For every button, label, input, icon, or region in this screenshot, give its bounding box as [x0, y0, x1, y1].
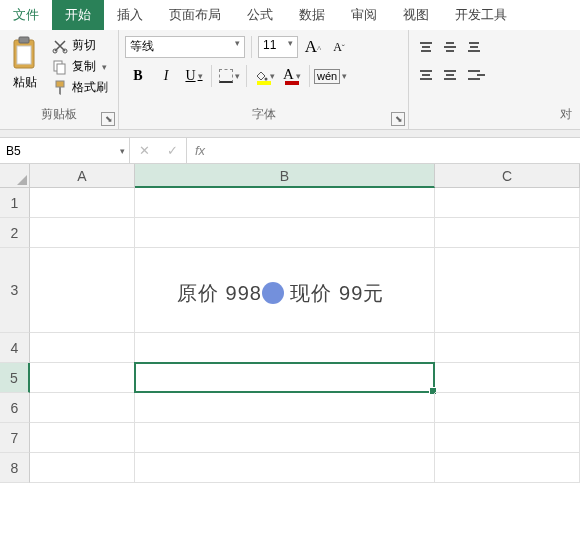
cell-a6[interactable] — [30, 393, 135, 423]
scissors-icon — [52, 38, 68, 54]
cell-c1[interactable] — [435, 188, 580, 218]
paste-icon — [10, 36, 40, 72]
cut-button[interactable]: 剪切 — [48, 36, 112, 55]
row-head-3[interactable]: 3 — [0, 248, 30, 333]
cell-a5[interactable] — [30, 363, 135, 393]
tab-insert[interactable]: 插入 — [104, 0, 156, 30]
enter-formula-button[interactable]: ✓ — [158, 143, 186, 158]
clipboard-group-label: 剪贴板 — [6, 106, 112, 125]
svg-rect-2 — [17, 46, 31, 64]
copy-icon — [52, 59, 68, 75]
tab-page-layout[interactable]: 页面布局 — [156, 0, 234, 30]
col-head-c[interactable]: C — [435, 164, 580, 188]
spreadsheet-grid: A B C 1 2 3 原价 998 现价 99元 4 5 6 7 8 — [0, 164, 580, 483]
align-bottom-button[interactable] — [463, 36, 485, 58]
fill-color-swatch — [257, 81, 271, 85]
cell-a1[interactable] — [30, 188, 135, 218]
select-all-corner[interactable] — [0, 164, 30, 188]
copy-button[interactable]: 复制▾ — [48, 57, 112, 76]
cell-c4[interactable] — [435, 333, 580, 363]
bold-button[interactable]: B — [125, 64, 151, 88]
formula-input[interactable] — [213, 138, 580, 163]
font-dialog-launcher[interactable]: ⬊ — [391, 112, 405, 126]
cell-b8[interactable] — [135, 453, 435, 483]
cell-b7[interactable] — [135, 423, 435, 453]
cell-c7[interactable] — [435, 423, 580, 453]
cell-a8[interactable] — [30, 453, 135, 483]
cell-b2[interactable] — [135, 218, 435, 248]
group-alignment: 对 — [409, 30, 580, 129]
svg-rect-6 — [57, 64, 65, 74]
align-group-label: 对 — [415, 106, 574, 125]
paste-label: 粘贴 — [13, 74, 37, 91]
align-top-button[interactable] — [415, 36, 437, 58]
row-head-2[interactable]: 2 — [0, 218, 30, 248]
svg-rect-7 — [56, 81, 64, 87]
formula-bar: B5▾ ✕ ✓ fx — [0, 138, 580, 164]
font-color-swatch — [285, 81, 299, 85]
row-head-6[interactable]: 6 — [0, 393, 30, 423]
group-font: 等线▾ 11▾ A^ Aˇ B I U▾ ▾ ▾ A ▾ — [119, 30, 409, 129]
row-head-7[interactable]: 7 — [0, 423, 30, 453]
group-clipboard: 粘贴 剪切 复制▾ 格式刷 剪贴板 ⬊ — [0, 30, 119, 129]
col-head-b[interactable]: B — [135, 164, 435, 188]
cell-b1[interactable] — [135, 188, 435, 218]
cell-b4[interactable] — [135, 333, 435, 363]
underline-button[interactable]: U▾ — [181, 64, 207, 88]
brush-icon — [52, 80, 68, 96]
font-name-select[interactable]: 等线▾ — [125, 36, 245, 58]
tab-data[interactable]: 数据 — [286, 0, 338, 30]
cell-b3[interactable]: 原价 998 现价 99元 — [135, 248, 435, 333]
font-group-label: 字体 — [125, 106, 402, 125]
align-right-button[interactable] — [463, 64, 485, 86]
tab-developer[interactable]: 开发工具 — [442, 0, 520, 30]
cell-c3[interactable] — [435, 248, 580, 333]
col-head-a[interactable]: A — [30, 164, 135, 188]
fill-color-button[interactable]: ▾ — [251, 64, 277, 88]
tab-review[interactable]: 审阅 — [338, 0, 390, 30]
increase-font-button[interactable]: A^ — [302, 37, 324, 57]
active-cell-border — [134, 362, 435, 393]
cancel-formula-button[interactable]: ✕ — [130, 143, 158, 158]
phonetic-button[interactable]: wén▾ — [314, 64, 347, 88]
cell-a7[interactable] — [30, 423, 135, 453]
loading-icon — [262, 282, 284, 304]
ribbon: 粘贴 剪切 复制▾ 格式刷 剪贴板 ⬊ — [0, 30, 580, 130]
cell-a2[interactable] — [30, 218, 135, 248]
cell-b5[interactable] — [135, 363, 435, 393]
price-text: 原价 998 现价 99元 — [177, 280, 384, 307]
cell-a4[interactable] — [30, 333, 135, 363]
border-button[interactable]: ▾ — [216, 64, 242, 88]
cell-b6[interactable] — [135, 393, 435, 423]
align-middle-button[interactable] — [439, 36, 461, 58]
tab-formulas[interactable]: 公式 — [234, 0, 286, 30]
decrease-font-button[interactable]: Aˇ — [328, 40, 350, 55]
row-head-4[interactable]: 4 — [0, 333, 30, 363]
font-size-select[interactable]: 11▾ — [258, 36, 298, 58]
italic-button[interactable]: I — [153, 64, 179, 88]
cell-a3[interactable] — [30, 248, 135, 333]
clipboard-dialog-launcher[interactable]: ⬊ — [101, 112, 115, 126]
svg-rect-1 — [19, 37, 29, 43]
align-left-button[interactable] — [415, 64, 437, 86]
fx-label[interactable]: fx — [187, 143, 213, 158]
cell-c2[interactable] — [435, 218, 580, 248]
format-painter-button[interactable]: 格式刷 — [48, 78, 112, 97]
tab-view[interactable]: 视图 — [390, 0, 442, 30]
align-center-button[interactable] — [439, 64, 461, 86]
paste-button[interactable]: 粘贴 — [6, 34, 44, 93]
row-head-8[interactable]: 8 — [0, 453, 30, 483]
ribbon-tabs: 文件 开始 插入 页面布局 公式 数据 审阅 视图 开发工具 — [0, 0, 580, 30]
row-head-1[interactable]: 1 — [0, 188, 30, 218]
font-color-button[interactable]: A ▾ — [279, 64, 305, 88]
tab-file[interactable]: 文件 — [0, 0, 52, 30]
cell-c6[interactable] — [435, 393, 580, 423]
border-icon — [219, 69, 233, 83]
tab-home[interactable]: 开始 — [52, 0, 104, 30]
name-box[interactable]: B5▾ — [0, 138, 130, 163]
cell-c8[interactable] — [435, 453, 580, 483]
cell-c5[interactable] — [435, 363, 580, 393]
row-head-5[interactable]: 5 — [0, 363, 30, 393]
